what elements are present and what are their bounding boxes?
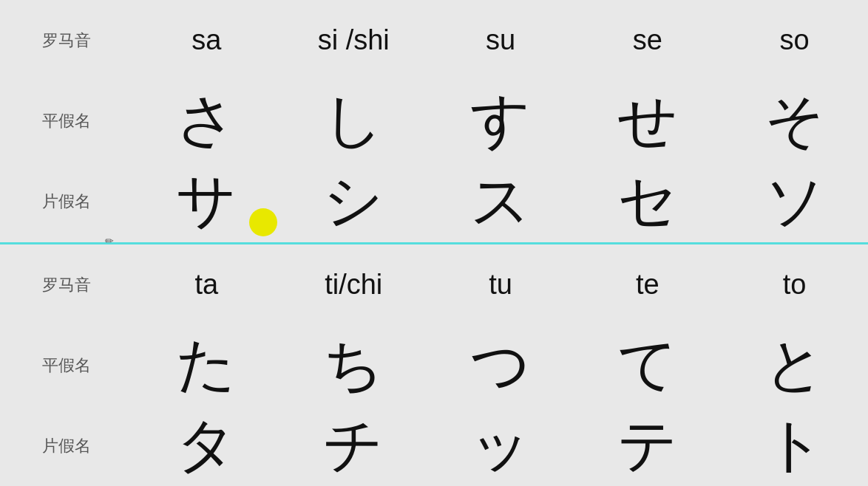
bottom-romaji-ti: ti/chi xyxy=(280,269,427,301)
top-katakana-si: シ xyxy=(280,162,427,242)
top-hiragana-label: 平假名 xyxy=(0,110,133,132)
top-hiragana-sa: さ xyxy=(133,81,280,161)
bottom-katakana-tu: ッ xyxy=(427,406,574,486)
top-romaji-sa: sa xyxy=(133,24,280,56)
bottom-romaji-ta: ta xyxy=(133,269,280,301)
top-hiragana-row: 平假名 さ し す せ そ xyxy=(0,81,868,161)
bottom-romaji-label: 罗马音 xyxy=(0,274,133,296)
bottom-katakana-ti: チ xyxy=(280,406,427,486)
top-hiragana-su: す xyxy=(427,81,574,161)
top-hiragana-so: そ xyxy=(721,81,868,161)
top-romaji-row: 罗马音 sa si /shi su se so xyxy=(0,0,868,81)
bottom-hiragana-tu: つ xyxy=(427,326,574,405)
top-katakana-su: ス xyxy=(427,162,574,242)
top-katakana-label: 片假名 xyxy=(0,191,133,213)
top-romaji-se: se xyxy=(574,24,721,56)
bottom-hiragana-ti: ち xyxy=(280,326,427,405)
top-katakana-so: ソ xyxy=(721,162,868,242)
bottom-hiragana-to: と xyxy=(721,326,868,405)
top-katakana-se: セ xyxy=(574,162,721,242)
yellow-dot xyxy=(249,208,277,236)
top-hiragana-si: し xyxy=(280,81,427,161)
bottom-katakana-te: テ xyxy=(574,406,721,486)
top-romaji-si: si /shi xyxy=(280,24,427,56)
bottom-hiragana-te: て xyxy=(574,326,721,405)
bottom-katakana-to: ト xyxy=(721,406,868,486)
bottom-romaji-te: te xyxy=(574,269,721,301)
bottom-katakana-row: 片假名 タ チ ッ テ ト xyxy=(0,405,868,486)
top-romaji-su: su xyxy=(427,24,574,56)
bottom-romaji-row: 罗马音 ta ti/chi tu te to xyxy=(0,244,868,325)
bottom-hiragana-ta: た xyxy=(133,326,280,405)
bottom-katakana-label: 片假名 xyxy=(0,435,133,457)
top-romaji-label: 罗马音 xyxy=(0,30,133,52)
top-section: 罗马音 sa si /shi su se so 平假名 さ し す せ そ 片假… xyxy=(0,0,868,242)
top-hiragana-se: せ xyxy=(574,81,721,161)
bottom-hiragana-label: 平假名 xyxy=(0,355,133,377)
bottom-hiragana-row: 平假名 た ち つ て と xyxy=(0,325,868,405)
top-katakana-row: 片假名 サ シ ス セ ソ xyxy=(0,162,868,242)
bottom-section: 罗马音 ta ti/chi tu te to 平假名 た ち つ て と 片假名… xyxy=(0,244,868,486)
main-container: 罗马音 sa si /shi su se so 平假名 さ し す せ そ 片假… xyxy=(0,0,868,486)
bottom-katakana-ta: タ xyxy=(133,406,280,486)
bottom-romaji-tu: tu xyxy=(427,269,574,301)
bottom-romaji-to: to xyxy=(721,269,868,301)
top-romaji-so: so xyxy=(721,24,868,56)
